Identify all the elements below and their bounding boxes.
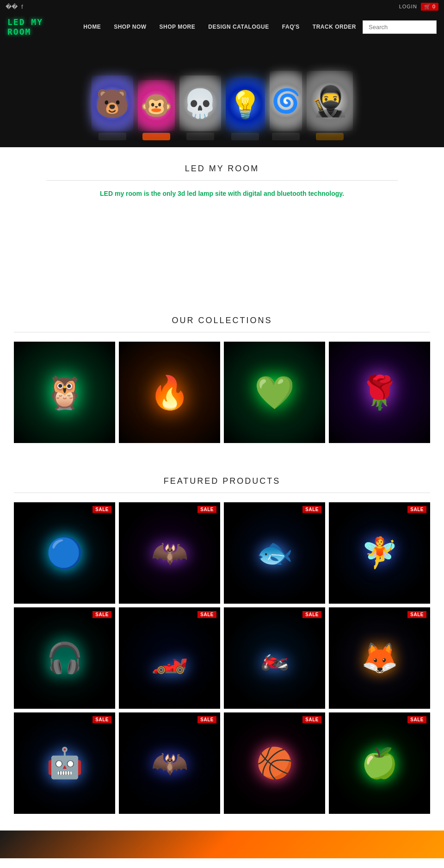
facebook-icon[interactable]: f bbox=[21, 3, 23, 10]
bulb-lamp: 💡 bbox=[226, 78, 265, 140]
sale-badge-9: SALE bbox=[92, 716, 111, 723]
geometric-lamp-item[interactable]: 🔵 SALE bbox=[14, 502, 115, 604]
login-button[interactable]: LOGIN bbox=[399, 4, 417, 9]
navigation: LED MY ROOM HOME SHOP NOW SHOP MORE DESI… bbox=[0, 13, 444, 41]
top-bar: �� f LOGIN 🛒 0 bbox=[0, 0, 444, 13]
bb8-icon: 🤖 bbox=[46, 746, 83, 781]
lamp-base bbox=[142, 133, 170, 140]
search-input[interactable] bbox=[363, 20, 437, 34]
basketball-icon: 🏀 bbox=[256, 746, 293, 781]
flame-collection-item[interactable]: 🔥 bbox=[119, 342, 220, 443]
cart-icon: 🛒 bbox=[424, 4, 431, 10]
about-divider bbox=[46, 180, 398, 181]
products-grid: 🔵 SALE 🦇 SALE 🐟 SALE 🧚 SALE 🎧 SALE 🏎️ SA… bbox=[14, 502, 430, 814]
hero-banner: 🐻 🐵 💀 💡 🌀 🥷 bbox=[0, 41, 444, 147]
social-icons: �� f bbox=[6, 3, 23, 10]
sale-badge-7: SALE bbox=[302, 611, 321, 618]
harley-icon: 🏍️ bbox=[260, 645, 289, 671]
headphone-lamp-item[interactable]: 🎧 SALE bbox=[14, 607, 115, 709]
fox-icon: 🦊 bbox=[361, 641, 398, 675]
sale-badge-8: SALE bbox=[407, 611, 426, 618]
sale-badge-4: SALE bbox=[407, 506, 426, 513]
batman-lamp-item[interactable]: 🦇 SALE bbox=[119, 712, 220, 814]
headphone-icon: 🎧 bbox=[46, 641, 83, 675]
featured-section: FEATURED PRODUCTS 🔵 SALE 🦇 SALE 🐟 SALE 🧚… bbox=[0, 460, 444, 831]
batman-half-item[interactable]: 🦇 SALE bbox=[119, 502, 220, 604]
car-icon: 🏎️ bbox=[151, 641, 188, 675]
bb8-lamp-item[interactable]: 🤖 SALE bbox=[14, 712, 115, 814]
featured-divider bbox=[14, 493, 430, 493]
hero-lamps: 🐻 🐵 💀 💡 🌀 🥷 bbox=[0, 48, 444, 140]
collections-section: OUR COLLECTIONS 🦉 🔥 💚 🌹 bbox=[0, 299, 444, 460]
about-title: LED MY ROOM bbox=[46, 164, 398, 174]
apple-lamp-item[interactable]: 🍏 SALE bbox=[329, 712, 430, 814]
fox-lamp-item[interactable]: 🦊 SALE bbox=[329, 607, 430, 709]
rose-collection-item[interactable]: 🌹 bbox=[329, 342, 430, 443]
ninja-lamp: 🥷 bbox=[307, 71, 353, 140]
geometric-icon: 🔵 bbox=[46, 536, 83, 570]
sale-badge-3: SALE bbox=[302, 506, 321, 513]
lamp-base bbox=[231, 133, 259, 140]
design-catalogue-link[interactable]: DESIGN CATALOGUE bbox=[202, 20, 276, 34]
site-logo[interactable]: LED MY ROOM bbox=[7, 17, 66, 37]
nav-links: HOME SHOP NOW SHOP MORE DESIGN CATALOGUE… bbox=[77, 20, 363, 34]
collections-divider bbox=[14, 332, 430, 332]
batman-half-icon: 🦇 bbox=[151, 536, 188, 570]
sale-badge-12: SALE bbox=[407, 716, 426, 723]
collections-grid: 🦉 🔥 💚 🌹 bbox=[14, 342, 430, 443]
cart-count: 0 bbox=[432, 4, 435, 9]
faqs-link[interactable]: FAQ'S bbox=[276, 20, 306, 34]
heart-collection-item[interactable]: 💚 bbox=[224, 342, 325, 443]
lamp-base bbox=[316, 133, 344, 140]
apple-icon: 🍏 bbox=[361, 746, 398, 781]
collections-title: OUR COLLECTIONS bbox=[14, 316, 430, 325]
about-section: LED MY ROOM LED my room is the only 3d l… bbox=[0, 147, 444, 299]
lamp-base bbox=[186, 133, 214, 140]
cart-badge[interactable]: 🛒 0 bbox=[421, 3, 438, 11]
harley-lamp-item[interactable]: 🏍️ SALE bbox=[224, 607, 325, 709]
flame-icon: 🔥 bbox=[149, 374, 190, 412]
basketball-lamp-item[interactable]: 🏀 SALE bbox=[224, 712, 325, 814]
pinterest-icon[interactable]: �� bbox=[6, 3, 18, 10]
rose-icon: 🌹 bbox=[359, 374, 400, 412]
owl-icon: 🦉 bbox=[44, 374, 85, 412]
top-bar-right: LOGIN 🛒 0 bbox=[399, 3, 438, 11]
bear-lamp: 🐻 bbox=[92, 75, 133, 140]
sale-badge-5: SALE bbox=[92, 611, 111, 618]
fairy-lamp-item[interactable]: 🧚 SALE bbox=[329, 502, 430, 604]
sale-badge-10: SALE bbox=[197, 716, 216, 723]
footer-strip bbox=[0, 831, 444, 858]
skull-lamp: 💀 bbox=[179, 75, 221, 140]
sale-badge-6: SALE bbox=[197, 611, 216, 618]
shop-now-link[interactable]: SHOP NOW bbox=[107, 20, 153, 34]
featured-title: FEATURED PRODUCTS bbox=[14, 476, 430, 486]
fish-icon: 🐟 bbox=[256, 536, 293, 570]
lamp-base bbox=[99, 133, 126, 140]
track-order-link[interactable]: TRACK ORDER bbox=[306, 20, 363, 34]
sale-badge-2: SALE bbox=[197, 506, 216, 513]
owl-collection-item[interactable]: 🦉 bbox=[14, 342, 115, 443]
about-subtitle: LED my room is the only 3d led lamp site… bbox=[46, 190, 398, 197]
search-area bbox=[363, 20, 437, 34]
fish-lamp-item[interactable]: 🐟 SALE bbox=[224, 502, 325, 604]
heart-icon: 💚 bbox=[254, 374, 295, 412]
car-lamp-item[interactable]: 🏎️ SALE bbox=[119, 607, 220, 709]
batman-full-icon: 🦇 bbox=[151, 746, 188, 781]
lamp-base bbox=[272, 133, 300, 140]
spiral-lamp: 🌀 bbox=[270, 71, 302, 140]
monkey-lamp: 🐵 bbox=[138, 80, 175, 140]
sale-badge-11: SALE bbox=[302, 716, 321, 723]
shop-more-link[interactable]: SHOP MORE bbox=[153, 20, 202, 34]
sale-badge-1: SALE bbox=[92, 506, 111, 513]
fairy-icon: 🧚 bbox=[361, 536, 398, 570]
home-link[interactable]: HOME bbox=[77, 20, 107, 34]
